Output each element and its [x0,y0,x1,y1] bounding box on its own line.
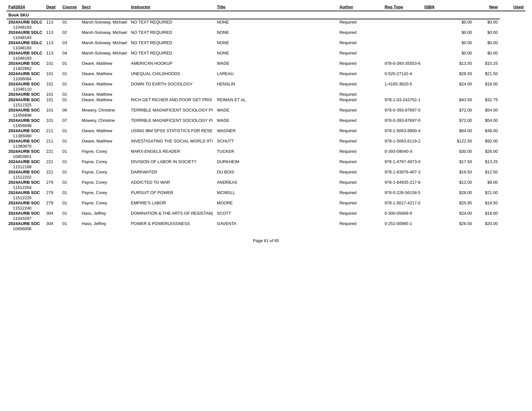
sect-cell: 01 [60,71,80,76]
term-dept-cell: 2024AURB SOC [6,81,44,87]
title-cell: UNEQUAL CHILDHOODS [129,71,215,76]
term-dept-cell: 2024AURB SOC [6,159,44,164]
sku-cell: 11456698 [6,123,44,128]
author-cell: WADE [215,61,338,66]
author-cell: NONE [215,30,338,35]
sect-cell: 01 [60,200,80,206]
reqtype-cell: Required [338,159,383,164]
author-cell: WAGNER [215,128,338,133]
new-price-cell: $16.50 [422,169,474,175]
instructor-cell: Marsh-Soloway, Michael [80,19,129,25]
course-cell: 279 [44,190,60,195]
new-price-cell [422,92,474,97]
title-cell: ADDICTED TO WAR [129,180,215,185]
author-cell: NONE [215,40,338,45]
course-cell: 304 [44,221,60,226]
term-dept-cell: 2024AURB SOC [6,221,44,226]
reqtype-cell: Required [338,19,383,25]
term-dept-cell: 2024AURB SOC [6,71,44,76]
new-price-cell: $24.00 [422,210,474,216]
sku-row: 11456698 [6,123,526,128]
table-row: 2024AURB SOC 279 01 Payne, Corey EMPIRE'… [6,200,526,206]
new-price-cell: $30.00 [422,149,474,154]
instructor-cell: Oware, Matthew [80,92,129,97]
title-cell: RICH GET RICHER AND POOR GET PRIS [129,97,215,103]
course-cell: 279 [44,200,60,206]
author-cell: GAVENTA [215,221,338,226]
sku-row: 11043287 [6,216,526,221]
instructor-cell: Marsh-Soloway, Michael [80,50,129,56]
book-sku-header: Book SKU [6,11,44,19]
new-price-cell [422,231,474,232]
isbn-cell: 978-0-393-87697-0 [383,107,422,113]
sect-cell [60,231,80,232]
reqtype-cell: Required [338,221,383,226]
author-cell: REIMAN ET AL. [215,97,338,103]
instructor-cell: Oware, Matthew [80,71,129,76]
term-dept-cell: 2024AURB SOC [6,138,44,144]
sku-cell: 11006084 [6,76,44,81]
new-price-cell: $64.00 [422,128,474,133]
course-cell: 101 [44,107,60,113]
author-cell: WADE [215,118,338,123]
table-row: 2024AURB SOC 279 01 Payne, Corey ADDICTE… [6,180,526,185]
sku-row: 11048183 [6,56,526,61]
table-row: 2024AURB SOC 211 01 Oware, Matthew USING… [6,128,526,133]
new-price-cell: $26.50 [422,221,474,226]
course-cell [44,231,60,232]
new-price-cell: $28.50 [422,71,474,76]
title-cell: DOMINATION & THE ARTS OF RESISTAN( [129,210,215,216]
course-cell: 221 [44,149,60,154]
sku-cell: 11048183 [6,35,44,40]
isbn-cell: 978-0-393-35553-6 [383,61,422,66]
instructor-cell: Mowery, Christine [80,118,129,123]
table-row: 2024AURB SDLC 113 01 Marsh-Soloway, Mich… [6,19,526,25]
new-price-cell: $0.00 [422,19,474,25]
table-row: 2024AURB SOC 304 01 Hass, Jeffrey POWER … [6,221,526,226]
sku-row: 11512264 [6,185,526,190]
isbn-cell: 1-4165-3620-5 [383,81,422,87]
used-price-cell: $13.25 [474,159,500,164]
sect-cell: 01 [60,149,80,154]
title-cell: NO TEXT REQUIRED [129,19,215,25]
isbn-cell [383,19,422,25]
table-row: 2024AURB SDLC 113 02 Marsh-Soloway, Mich… [6,30,526,35]
course-cell: 113 [44,30,60,35]
isbn-cell: 978-1-4767-4973-0 [383,159,422,164]
isbn-cell [383,231,422,232]
used-price-cell: $54.00 [474,118,500,123]
author-cell: ANDREAS [215,180,338,185]
isbn-cell [383,50,422,56]
used-price-cell [474,92,500,97]
table-row: 2024AURB SDLC 113 04 Marsh-Soloway, Mich… [6,50,526,56]
author-cell: MOORE [215,200,338,206]
used-price-cell: $20.00 [474,221,500,226]
new-price-cell: $122.50 [422,138,474,144]
sku-row: 11048183 [6,35,526,40]
term-dept-cell: 2024AURB SOC [6,210,44,216]
instructor-cell: Oware, Matthew [80,128,129,133]
isbn-cell: 0-300-05669-9 [383,210,422,216]
author-cell [215,92,338,97]
title-cell: AMERICAN HOOKUP [129,61,215,66]
table-row: 2024AURB SOC 221 01 Payne, Corey DARKWAT… [6,169,526,175]
sku-row: 11512202 [6,175,526,180]
course-cell: 211 [44,138,60,144]
sect-cell: 04 [60,50,80,56]
reqtype-cell: Required [338,30,383,35]
isbn-cell [383,40,422,45]
instructor-cell: Oware, Matthew [80,61,129,66]
new-price-cell: $72.00 [422,118,474,123]
reqtype-cell: Required [338,200,383,206]
col-reqtype-header: Req Type [383,3,422,11]
used-price-cell: $0.00 [474,50,500,56]
instructor-cell: Payne, Corey [80,180,129,185]
new-price-cell: $0.00 [422,30,474,35]
reqtype-cell: Required [338,92,383,97]
course-cell: 113 [44,50,60,56]
sect-cell: 01 [60,19,80,25]
col-course-header: Course [60,3,80,11]
table-row: 2024AURB SOC 101 01 Oware, Matthew Requi… [6,92,526,97]
sku-row: 11456698 [6,113,526,118]
isbn-cell: 978-1-5017-4217-0 [383,200,422,206]
